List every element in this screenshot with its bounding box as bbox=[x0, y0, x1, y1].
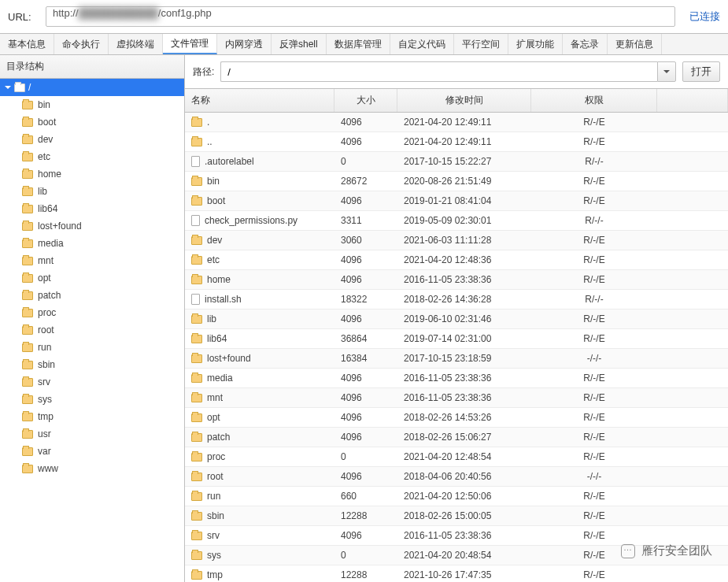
tree-item-sbin[interactable]: sbin bbox=[0, 356, 184, 373]
table-row[interactable]: ..40962021-04-20 12:49:11R/-/E bbox=[185, 132, 728, 152]
path-input[interactable] bbox=[220, 61, 657, 82]
tree-item-lost+found[interactable]: lost+found bbox=[0, 217, 184, 235]
file-date: 2021-04-20 20:48:54 bbox=[397, 546, 531, 565]
file-name: bin bbox=[207, 176, 220, 187]
tree-item-run[interactable]: run bbox=[0, 339, 184, 356]
tree-item-lib64[interactable]: lib64 bbox=[0, 200, 184, 217]
table-row[interactable]: home40962016-11-05 23:38:36R/-/E bbox=[185, 270, 728, 290]
tree-item-media[interactable]: media bbox=[0, 235, 184, 252]
tree-item-label: sys bbox=[38, 394, 52, 405]
table-row[interactable]: sbin122882018-02-26 15:00:05R/-/E bbox=[185, 506, 728, 526]
file-name: sbin bbox=[207, 510, 224, 521]
table-row[interactable]: lib40962019-06-10 02:31:46R/-/E bbox=[185, 310, 728, 329]
table-row[interactable]: install.sh183222018-02-26 14:36:28R/-/- bbox=[185, 290, 728, 310]
column-perm[interactable]: 权限 bbox=[531, 89, 657, 112]
table-row[interactable]: lost+found163842017-10-15 23:18:59-/-/- bbox=[185, 349, 728, 369]
file-size: 16384 bbox=[334, 349, 397, 368]
tree-item-sys[interactable]: sys bbox=[0, 391, 184, 408]
file-icon bbox=[191, 215, 200, 226]
table-row[interactable]: bin286722020-08-26 21:51:49R/-/E bbox=[185, 172, 728, 191]
content-area: 目录结构 / binbootdevetchomeliblib64lost+fou… bbox=[0, 55, 728, 582]
tree-item-label: usr bbox=[38, 428, 51, 439]
sidebar-header: 目录结构 bbox=[0, 55, 184, 79]
table-row[interactable]: etc40962021-04-20 12:48:36R/-/E bbox=[185, 250, 728, 270]
open-button[interactable]: 打开 bbox=[682, 61, 720, 82]
tree-item-boot[interactable]: boot bbox=[0, 113, 184, 131]
table-row[interactable]: .40962021-04-20 12:49:11R/-/E bbox=[185, 113, 728, 132]
tree-item-tmp[interactable]: tmp bbox=[0, 408, 184, 425]
tree-item-srv[interactable]: srv bbox=[0, 373, 184, 391]
tree-item-home[interactable]: home bbox=[0, 165, 184, 183]
table-row[interactable]: sys02021-04-20 20:48:54R/-/E bbox=[185, 546, 728, 565]
table-row[interactable]: dev30602021-06-03 11:11:28R/-/E bbox=[185, 231, 728, 250]
tree-root[interactable]: / bbox=[0, 79, 184, 96]
tree-item-patch[interactable]: patch bbox=[0, 287, 184, 304]
table-row[interactable]: run6602021-04-20 12:50:06R/-/E bbox=[185, 487, 728, 506]
folder-icon bbox=[22, 222, 33, 231]
tree-item-lib[interactable]: lib bbox=[0, 183, 184, 200]
file-perm: R/-/- bbox=[531, 152, 657, 171]
file-size: 4096 bbox=[334, 369, 397, 387]
tree-item-mnt[interactable]: mnt bbox=[0, 252, 184, 269]
file-size: 4096 bbox=[334, 132, 397, 151]
tab-9[interactable]: 扩展功能 bbox=[508, 34, 563, 54]
file-date: 2018-02-26 14:53:26 bbox=[397, 408, 531, 427]
file-name: patch bbox=[207, 432, 230, 443]
file-name: boot bbox=[207, 195, 225, 206]
file-date: 2021-04-20 12:49:11 bbox=[397, 113, 531, 132]
file-size: 3060 bbox=[334, 231, 397, 250]
tree-item-dev[interactable]: dev bbox=[0, 131, 184, 148]
folder-icon bbox=[191, 413, 202, 422]
file-size: 4096 bbox=[334, 526, 397, 545]
tree-item-label: boot bbox=[38, 117, 56, 128]
table-row[interactable]: tmp122882021-10-26 17:47:35R/-/E bbox=[185, 565, 728, 582]
table-row[interactable]: srv40962016-11-05 23:38:36R/-/E bbox=[185, 526, 728, 546]
tab-2[interactable]: 虚拟终端 bbox=[109, 34, 163, 54]
tree-item-root[interactable]: root bbox=[0, 321, 184, 339]
table-row[interactable]: opt40962018-02-26 14:53:26R/-/E bbox=[185, 408, 728, 428]
file-date: 2018-04-06 20:40:56 bbox=[397, 467, 531, 486]
tree-item-opt[interactable]: opt bbox=[0, 269, 184, 287]
tab-0[interactable]: 基本信息 bbox=[0, 34, 54, 54]
tree-item-www[interactable]: www bbox=[0, 460, 184, 477]
tab-7[interactable]: 自定义代码 bbox=[390, 34, 454, 54]
file-size: 12288 bbox=[334, 565, 397, 582]
table-row[interactable]: mnt40962016-11-05 23:38:36R/-/E bbox=[185, 388, 728, 408]
tree-item-bin[interactable]: bin bbox=[0, 96, 184, 113]
file-name: dev bbox=[207, 235, 222, 246]
tab-5[interactable]: 反弹shell bbox=[272, 34, 327, 54]
tree-item-label: tmp bbox=[38, 411, 54, 422]
tab-8[interactable]: 平行空间 bbox=[454, 34, 508, 54]
tree-item-var[interactable]: var bbox=[0, 443, 184, 460]
tab-11[interactable]: 更新信息 bbox=[608, 34, 662, 54]
table-row[interactable]: root40962018-04-06 20:40:56-/-/- bbox=[185, 467, 728, 487]
tree-item-etc[interactable]: etc bbox=[0, 148, 184, 165]
folder-icon bbox=[191, 453, 202, 462]
tab-3[interactable]: 文件管理 bbox=[163, 34, 217, 54]
column-date[interactable]: 修改时间 bbox=[397, 89, 531, 112]
url-input[interactable]: http://███████████/conf1g.php bbox=[46, 6, 675, 27]
tab-4[interactable]: 内网穿透 bbox=[217, 34, 272, 54]
folder-icon bbox=[191, 354, 202, 363]
table-row[interactable]: proc02021-04-20 12:48:54R/-/E bbox=[185, 447, 728, 467]
file-date: 2019-05-09 02:30:01 bbox=[397, 211, 531, 230]
folder-icon bbox=[22, 118, 33, 127]
file-size: 0 bbox=[334, 546, 397, 565]
tree-item-usr[interactable]: usr bbox=[0, 425, 184, 443]
table-row[interactable]: media40962016-11-05 23:38:36R/-/E bbox=[185, 369, 728, 388]
table-row[interactable]: patch40962018-02-26 15:06:27R/-/E bbox=[185, 428, 728, 447]
tab-6[interactable]: 数据库管理 bbox=[327, 34, 390, 54]
table-row[interactable]: lib64368642019-07-14 02:31:00R/-/E bbox=[185, 329, 728, 349]
tab-10[interactable]: 备忘录 bbox=[563, 34, 608, 54]
cell-spacer bbox=[657, 172, 728, 191]
path-dropdown-button[interactable] bbox=[657, 61, 676, 82]
table-row[interactable]: boot40962019-01-21 08:41:04R/-/E bbox=[185, 191, 728, 211]
tree-item-label: srv bbox=[38, 376, 50, 387]
table-row[interactable]: .autorelabel02017-10-15 15:22:27R/-/- bbox=[185, 152, 728, 172]
tab-1[interactable]: 命令执行 bbox=[54, 34, 109, 54]
column-name[interactable]: 名称 bbox=[185, 89, 334, 112]
tree-item-proc[interactable]: proc bbox=[0, 304, 184, 321]
file-date: 2016-11-05 23:38:36 bbox=[397, 388, 531, 407]
table-row[interactable]: check_permissions.py33112019-05-09 02:30… bbox=[185, 211, 728, 231]
column-size[interactable]: 大小 bbox=[334, 89, 397, 112]
